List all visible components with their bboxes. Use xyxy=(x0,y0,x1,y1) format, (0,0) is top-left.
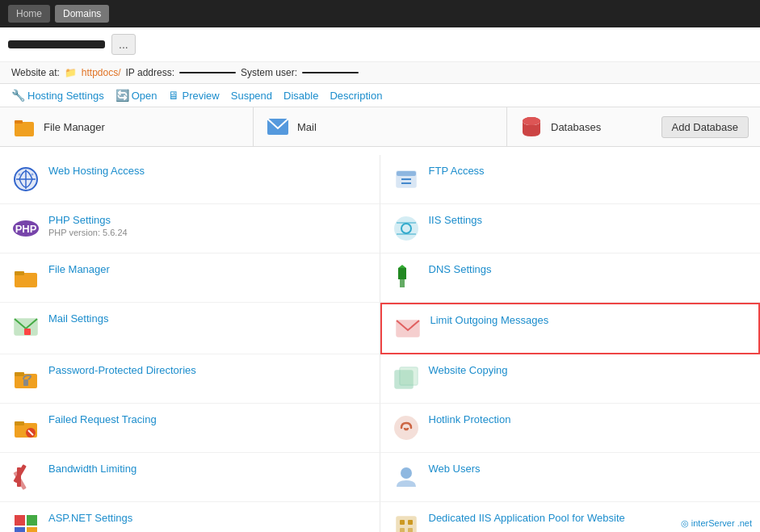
mail-icon xyxy=(11,312,40,341)
svg-rect-31 xyxy=(23,379,28,386)
feature-item-ftp[interactable]: FTP Access xyxy=(380,155,761,204)
hosting-settings-label: Hosting Settings xyxy=(27,90,104,102)
feature-label[interactable]: Website Copying xyxy=(429,364,508,376)
feature-item-globe[interactable]: Web Hosting Access xyxy=(0,155,380,204)
file-manager-tab-label: File Manager xyxy=(44,121,105,133)
feature-label[interactable]: Web Hosting Access xyxy=(48,165,145,177)
feature-item-folder[interactable]: File Manager xyxy=(0,253,380,303)
feature-item-php[interactable]: PHP PHP Settings PHP version: 5.6.24 xyxy=(0,204,380,253)
svg-rect-49 xyxy=(408,520,413,525)
preview-link[interactable]: 🖥 Preview xyxy=(168,89,219,102)
feature-item-users[interactable]: Web Users xyxy=(380,453,761,502)
feature-label[interactable]: Bandwidth Limiting xyxy=(48,463,136,475)
lock-icon xyxy=(11,364,40,393)
feature-label[interactable]: Hotlink Protection xyxy=(429,413,511,425)
svg-rect-48 xyxy=(400,520,405,525)
svg-point-38 xyxy=(395,417,418,439)
svg-point-9 xyxy=(19,174,21,176)
feature-label[interactable]: Failed Request Tracing xyxy=(48,413,157,425)
domain-selector[interactable] xyxy=(8,40,105,48)
feature-item-lock[interactable]: Password-Protected Directories xyxy=(0,354,380,404)
feature-label[interactable]: Password-Protected Directories xyxy=(48,364,196,376)
suspend-label: Suspend xyxy=(231,90,272,102)
svg-rect-44 xyxy=(27,515,37,526)
svg-rect-0 xyxy=(15,122,34,136)
tab-mail[interactable]: Mail xyxy=(254,107,507,146)
system-user-label: System user: xyxy=(241,67,297,78)
description-link[interactable]: Description xyxy=(330,90,382,102)
feature-item-mail[interactable]: Mail Settings xyxy=(0,303,380,354)
tab-databases[interactable]: Databases Add Database xyxy=(507,107,760,146)
feature-item-copy[interactable]: Website Copying xyxy=(380,354,761,404)
svg-rect-45 xyxy=(15,527,25,532)
ftp-icon xyxy=(392,165,421,194)
svg-rect-20 xyxy=(397,233,416,235)
description-label: Description xyxy=(330,90,382,102)
feature-label[interactable]: FTP Access xyxy=(429,165,485,177)
feature-item-iis[interactable]: IIS Settings xyxy=(380,204,761,253)
band-icon xyxy=(11,463,40,492)
feature-label[interactable]: Limit Outgoing Messages xyxy=(430,314,549,326)
feature-label[interactable]: Dedicated IIS Application Pool for Websi… xyxy=(429,512,625,524)
preview-label: Preview xyxy=(182,90,219,102)
top-bar: Home Domains xyxy=(0,0,760,27)
svg-rect-35 xyxy=(15,421,24,425)
database-tab-icon xyxy=(519,115,544,138)
feature-item-fail[interactable]: Failed Request Tracing xyxy=(0,404,380,453)
action-bar: 🔧 Hosting Settings 🔄 Open 🖥 Preview Susp… xyxy=(0,84,760,107)
hosting-settings-link[interactable]: 🔧 Hosting Settings xyxy=(11,89,104,102)
feature-item-asp[interactable]: ASP.NET Settings xyxy=(0,502,380,532)
brand-tld: .net xyxy=(737,518,752,528)
open-link[interactable]: 🔄 Open xyxy=(115,89,157,102)
feature-item-limit[interactable]: Limit Outgoing Messages xyxy=(380,303,761,354)
home-button[interactable]: Home xyxy=(8,5,50,23)
feature-item-hotlink[interactable]: Hotlink Protection xyxy=(380,404,761,453)
php-icon: PHP xyxy=(11,214,40,243)
pool-icon xyxy=(392,512,421,532)
users-icon xyxy=(392,463,421,492)
limit-icon xyxy=(393,314,422,343)
domains-button[interactable]: Domains xyxy=(55,5,109,23)
brand-icon: ◎ xyxy=(681,518,689,528)
svg-rect-19 xyxy=(397,222,416,224)
feature-item-band[interactable]: Bandwidth Limiting xyxy=(0,453,380,502)
tab-file-manager[interactable]: File Manager xyxy=(0,107,254,146)
svg-rect-51 xyxy=(408,528,413,532)
feature-label[interactable]: ASP.NET Settings xyxy=(48,512,132,524)
open-label: Open xyxy=(132,90,157,102)
svg-rect-33 xyxy=(400,367,418,385)
website-at-label: Website at: xyxy=(11,67,60,78)
feature-label[interactable]: IIS Settings xyxy=(429,214,482,226)
asp-icon xyxy=(11,512,40,532)
suspend-link[interactable]: Suspend xyxy=(231,90,272,102)
dns-icon xyxy=(392,263,421,292)
httpdocs-link[interactable]: httpdocs/ xyxy=(82,67,121,78)
add-database-button[interactable]: Add Database xyxy=(661,116,749,138)
open-icon: 🔄 xyxy=(115,89,129,102)
brand-name: interServer xyxy=(691,518,735,528)
feature-label[interactable]: DNS Settings xyxy=(429,263,492,275)
domain-more-button[interactable]: ... xyxy=(111,34,136,55)
svg-point-4 xyxy=(523,117,540,125)
tab-bar: File Manager Mail Databases Add Database xyxy=(0,107,760,147)
svg-point-17 xyxy=(395,217,418,240)
svg-rect-27 xyxy=(24,329,31,335)
svg-rect-25 xyxy=(400,279,405,287)
footer: ◎ interServer .net xyxy=(673,515,760,532)
feature-grid: Web Hosting Access FTP Access PHP PHP Se… xyxy=(0,155,760,532)
databases-tab-label: Databases xyxy=(551,121,601,133)
main-content: Web Hosting Access FTP Access PHP PHP Se… xyxy=(0,147,760,532)
feature-label[interactable]: File Manager xyxy=(48,263,110,275)
feature-item-dns[interactable]: DNS Settings xyxy=(380,253,761,303)
mail-tab-label: Mail xyxy=(297,121,317,133)
svg-rect-43 xyxy=(15,515,25,526)
disable-link[interactable]: Disable xyxy=(283,90,318,102)
globe-icon xyxy=(11,165,40,194)
svg-rect-23 xyxy=(398,268,406,279)
feature-label[interactable]: Web Users xyxy=(429,463,481,475)
mail-tab-icon xyxy=(265,115,291,138)
feature-label[interactable]: Mail Settings xyxy=(48,312,108,325)
svg-rect-50 xyxy=(400,528,405,532)
svg-rect-22 xyxy=(15,271,24,275)
feature-label[interactable]: PHP Settings xyxy=(48,214,128,226)
